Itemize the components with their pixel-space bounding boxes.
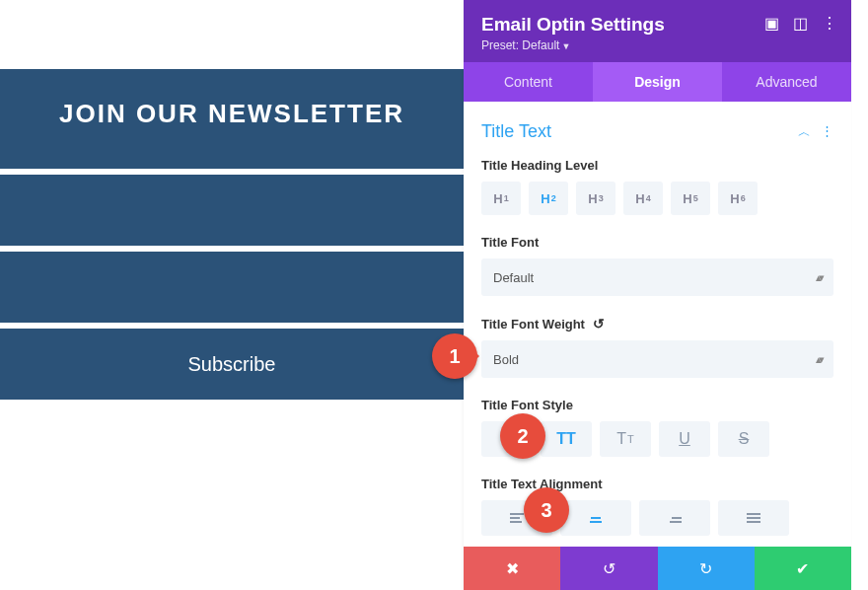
chevron-down-icon: ▼: [561, 41, 570, 51]
tabs: Content Design Advanced: [464, 62, 851, 102]
subscribe-label: Subscribe: [188, 353, 276, 376]
more-icon[interactable]: ⋮: [822, 14, 837, 33]
tab-content[interactable]: Content: [464, 62, 593, 102]
text-alignment-label: Title Text Alignment: [481, 477, 833, 491]
title-font-label: Title Font: [481, 235, 833, 250]
newsletter-input-row-1[interactable]: [0, 169, 464, 246]
subscribe-button[interactable]: Subscribe: [0, 323, 464, 400]
field-font-weight: Title Font Weight ↺ Bold ▴▾: [481, 316, 833, 378]
heading-level-group: H1 H2 H3 H4 H5 H6: [481, 182, 833, 215]
dock-icon[interactable]: ◫: [793, 14, 808, 33]
panel-header: Email Optin Settings Preset: Default▼ ▣ …: [464, 0, 851, 62]
expand-icon[interactable]: ▣: [764, 14, 779, 33]
align-right-button[interactable]: [639, 500, 710, 536]
h1-button[interactable]: H1: [481, 182, 521, 215]
field-title-font: Title Font Default ▴▾: [481, 235, 833, 296]
preset-selector[interactable]: Preset: Default▼: [481, 38, 833, 52]
h2-button[interactable]: H2: [529, 182, 568, 215]
align-center-button[interactable]: [560, 500, 631, 536]
chevron-up-icon[interactable]: ︿: [798, 123, 811, 141]
close-button[interactable]: ✖: [464, 547, 560, 590]
font-weight-select[interactable]: Bold ▴▾: [481, 340, 833, 378]
redo-button[interactable]: ↻: [658, 547, 755, 590]
section-header[interactable]: Title Text ︿ ⋮: [481, 121, 833, 142]
underline-button[interactable]: U: [659, 421, 710, 457]
select-arrows-icon: ▴▾: [816, 353, 822, 366]
page-preview: JOIN OUR NEWSLETTER Subscribe: [0, 0, 464, 590]
font-weight-label: Title Font Weight ↺: [481, 316, 833, 332]
title-font-select[interactable]: Default ▴▾: [481, 258, 833, 296]
tab-advanced[interactable]: Advanced: [722, 62, 851, 102]
select-arrows-icon: ▴▾: [816, 271, 822, 284]
settings-panel: Email Optin Settings Preset: Default▼ ▣ …: [464, 0, 851, 590]
font-style-label: Title Font Style: [481, 398, 833, 412]
newsletter-hero: JOIN OUR NEWSLETTER: [0, 69, 464, 169]
strikethrough-button[interactable]: S: [718, 421, 769, 457]
newsletter-input-row-2[interactable]: [0, 246, 464, 323]
panel-footer: ✖ ↺ ↻ ✔: [464, 547, 851, 590]
save-button[interactable]: ✔: [755, 547, 851, 590]
align-justify-button[interactable]: [718, 500, 789, 536]
field-heading-level: Title Heading Level H1 H2 H3 H4 H5 H6: [481, 158, 833, 215]
smallcaps-button[interactable]: TT: [600, 421, 651, 457]
newsletter-title: JOIN OUR NEWSLETTER: [20, 99, 444, 129]
annotation-3: 3: [524, 487, 569, 533]
tab-design[interactable]: Design: [593, 62, 722, 102]
section-more-icon[interactable]: ⋮: [821, 123, 833, 141]
annotation-2: 2: [500, 413, 545, 459]
font-weight-value: Bold: [493, 352, 519, 367]
undo-button[interactable]: ↺: [560, 547, 657, 590]
title-font-value: Default: [493, 270, 534, 285]
h6-button[interactable]: H6: [718, 182, 758, 215]
header-actions: ▣ ◫ ⋮: [764, 14, 837, 33]
h3-button[interactable]: H3: [576, 182, 615, 215]
heading-level-label: Title Heading Level: [481, 158, 833, 173]
uppercase-button[interactable]: TT: [541, 421, 592, 457]
annotation-1: 1: [432, 333, 477, 379]
panel-body: Title Text ︿ ⋮ Title Heading Level H1 H2…: [464, 102, 851, 547]
section-title: Title Text: [481, 121, 551, 142]
h5-button[interactable]: H5: [671, 182, 710, 215]
reset-icon[interactable]: ↺: [593, 316, 605, 332]
h4-button[interactable]: H4: [623, 182, 663, 215]
